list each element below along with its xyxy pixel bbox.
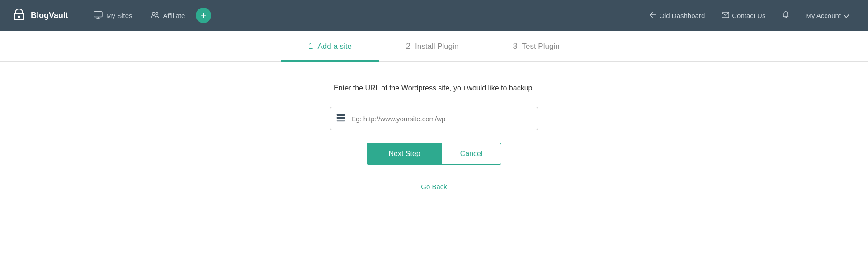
nav-bell[interactable] <box>774 7 797 24</box>
step-3-label: Test Plugin <box>522 42 559 51</box>
monitor-icon <box>94 11 103 20</box>
go-back-link[interactable]: Go Back <box>421 183 447 190</box>
nav-my-account[interactable]: My Account <box>797 8 857 23</box>
logo-link[interactable]: BlogVault <box>11 7 68 24</box>
step-3[interactable]: 3 Test Plugin <box>486 42 586 62</box>
steps-container: 1 Add a site 2 Install Plugin 3 Test Plu… <box>0 31 868 62</box>
chevron-down-icon <box>844 12 849 19</box>
step-2-number: 2 <box>406 42 410 51</box>
step-2-label: Install Plugin <box>415 42 458 51</box>
my-sites-label: My Sites <box>106 12 132 19</box>
step-2[interactable]: 2 Install Plugin <box>379 42 486 62</box>
step-1[interactable]: 1 Add a site <box>281 42 379 62</box>
bell-icon <box>782 11 789 20</box>
cancel-button[interactable]: Cancel <box>442 143 501 165</box>
nav-contact-us[interactable]: Contact Us <box>713 8 774 23</box>
main-content: Enter the URL of the Wordpress site, you… <box>0 62 868 190</box>
svg-point-2 <box>18 16 20 18</box>
navbar: BlogVault My Sites Affili <box>0 0 868 31</box>
svg-rect-13 <box>337 117 345 119</box>
buttons-row: Next Step Cancel <box>367 143 501 165</box>
main-description: Enter the URL of the Wordpress site, you… <box>334 84 534 92</box>
my-account-label: My Account <box>806 12 841 19</box>
svg-point-9 <box>156 12 158 14</box>
step-1-label: Add a site <box>317 42 352 51</box>
envelope-icon <box>722 12 729 19</box>
affiliate-label: Affiliate <box>163 12 185 19</box>
database-icon <box>336 113 346 124</box>
nav-left: BlogVault My Sites Affili <box>11 7 641 24</box>
svg-rect-14 <box>337 120 345 121</box>
nav-old-dashboard[interactable]: Old Dashboard <box>641 8 713 23</box>
arrow-back-icon <box>649 12 656 19</box>
logo-icon <box>11 7 27 24</box>
logo-text: BlogVault <box>31 11 68 20</box>
svg-point-8 <box>152 12 155 15</box>
svg-rect-5 <box>94 11 102 17</box>
add-site-button[interactable]: + <box>196 8 211 23</box>
url-input[interactable] <box>351 115 532 123</box>
svg-rect-12 <box>337 114 345 116</box>
old-dashboard-label: Old Dashboard <box>659 12 705 19</box>
svg-rect-0 <box>11 7 27 24</box>
next-step-button[interactable]: Next Step <box>367 143 442 165</box>
step-1-number: 1 <box>308 42 313 51</box>
affiliate-icon <box>151 11 160 20</box>
url-input-wrapper <box>330 107 538 130</box>
step-3-number: 3 <box>513 42 517 51</box>
contact-us-label: Contact Us <box>732 12 765 19</box>
nav-affiliate[interactable]: Affiliate <box>143 8 193 24</box>
nav-right: Old Dashboard Contact Us My Account <box>641 7 857 24</box>
nav-my-sites[interactable]: My Sites <box>86 8 140 24</box>
